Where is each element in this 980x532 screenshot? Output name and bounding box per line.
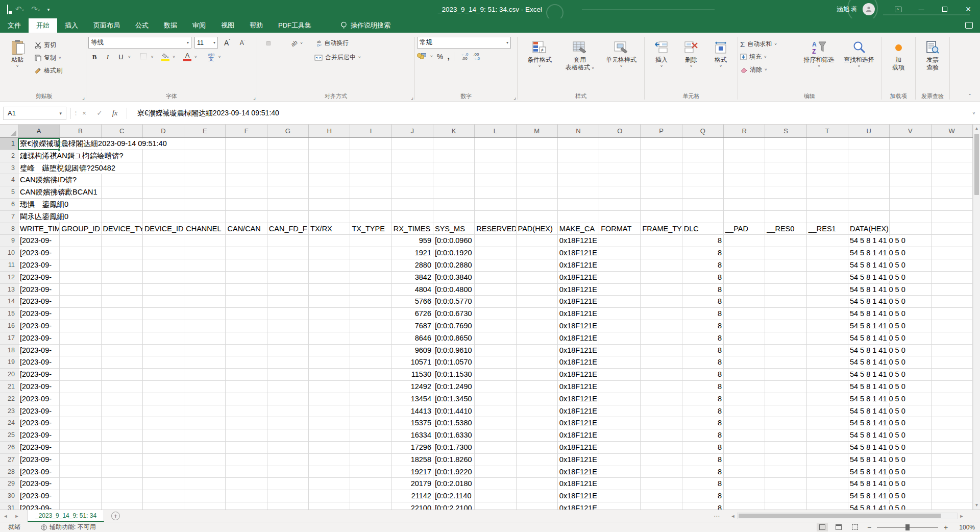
borders-button[interactable] [138, 51, 150, 63]
cell-I30[interactable] [350, 490, 391, 502]
column-header-U[interactable]: U [848, 125, 890, 137]
cell-G6[interactable] [267, 199, 309, 210]
cell-K14[interactable]: [0:0:0.5770 [433, 296, 475, 307]
cell-L25[interactable] [475, 429, 516, 441]
column-header-C[interactable]: C [102, 125, 143, 137]
cell-P9[interactable] [641, 235, 682, 247]
cell-S12[interactable] [765, 272, 806, 283]
cell-M29[interactable] [517, 478, 558, 490]
cell-C23[interactable] [102, 405, 143, 417]
cell-G13[interactable] [267, 284, 309, 296]
collapse-ribbon-icon[interactable]: ˆ [969, 93, 971, 100]
cell-G7[interactable] [267, 211, 309, 223]
scroll-down-icon[interactable]: ▼ [973, 501, 980, 510]
cell-T2[interactable] [807, 150, 848, 162]
cell-L29[interactable] [475, 478, 516, 490]
cell-C12[interactable] [102, 272, 143, 283]
cell-F6[interactable] [226, 199, 267, 210]
cell-O25[interactable] [599, 429, 641, 441]
cell-F17[interactable] [226, 332, 267, 344]
cell-M1[interactable] [517, 138, 558, 150]
cell-P22[interactable] [641, 393, 682, 405]
cell-G31[interactable] [267, 502, 309, 510]
cell-D12[interactable] [143, 272, 184, 283]
cell-A26[interactable]: [2023-09- [18, 442, 60, 453]
cell-L5[interactable] [475, 186, 516, 198]
column-header-T[interactable]: T [807, 125, 848, 137]
cell-P31[interactable] [641, 502, 682, 510]
cell-W19[interactable] [932, 356, 973, 368]
tab-home[interactable]: 开始 [29, 18, 57, 33]
cell-G24[interactable] [267, 417, 309, 429]
redo-icon[interactable]: ↷˅ [31, 5, 40, 14]
cell-P7[interactable] [641, 211, 682, 223]
cell-P13[interactable] [641, 284, 682, 296]
align-middle-button[interactable] [266, 41, 271, 45]
cell-F24[interactable] [226, 417, 267, 429]
cell-W13[interactable] [932, 284, 973, 296]
cell-D15[interactable] [143, 308, 184, 320]
cell-L13[interactable] [475, 284, 516, 296]
cell-L22[interactable] [475, 393, 516, 405]
tab-pdf-tools[interactable]: PDF工具集 [271, 18, 319, 33]
cell-C15[interactable] [102, 308, 143, 320]
cell-W27[interactable] [932, 454, 973, 466]
cell-G3[interactable] [267, 162, 309, 174]
cell-P2[interactable] [641, 150, 682, 162]
column-header-L[interactable]: L [475, 125, 516, 137]
cell-N24[interactable]: 0x18F121E [558, 417, 599, 429]
cell-F8[interactable]: CAN/CAN [226, 223, 267, 235]
font-size-select[interactable]: 11▾ [194, 37, 218, 49]
cell-C4[interactable] [102, 174, 143, 186]
format-cells-button[interactable]: 格式 ˅ [706, 37, 735, 91]
row-header-9[interactable]: 9 [0, 235, 18, 247]
cell-M25[interactable] [517, 429, 558, 441]
cell-E29[interactable] [184, 478, 226, 490]
cell-N30[interactable]: 0x18F121E [558, 490, 599, 502]
cell-F29[interactable] [226, 478, 267, 490]
cell-G19[interactable] [267, 356, 309, 368]
row-header-8[interactable]: 8 [0, 223, 18, 235]
cell-E27[interactable] [184, 454, 226, 466]
cell-O17[interactable] [599, 332, 641, 344]
conditional-formatting-button[interactable]: ≠ 条件格式 ˅ [520, 37, 559, 91]
cell-R7[interactable] [724, 211, 765, 223]
cell-G8[interactable]: CAN_FD_F [267, 223, 309, 235]
cell-R13[interactable] [724, 284, 765, 296]
column-header-G[interactable]: G [267, 125, 309, 137]
cell-Q20[interactable]: 8 [682, 369, 724, 380]
font-name-select[interactable]: 等线▾ [88, 37, 191, 49]
column-header-P[interactable]: P [641, 125, 682, 137]
cell-W31[interactable] [932, 502, 973, 510]
cell-P30[interactable] [641, 490, 682, 502]
cell-S5[interactable] [765, 186, 806, 198]
cell-W4[interactable] [932, 174, 973, 186]
cell-S21[interactable] [765, 381, 806, 393]
cell-Q16[interactable]: 8 [682, 320, 724, 332]
cell-M16[interactable] [517, 320, 558, 332]
cell-F27[interactable] [226, 454, 267, 466]
invoice-check-button[interactable]: 发票查验 [918, 37, 947, 91]
cell-W28[interactable] [932, 466, 973, 478]
zoom-slider-thumb[interactable] [905, 524, 910, 530]
cell-K16[interactable]: [0:0:0.7690 [433, 320, 475, 332]
cell-V4[interactable] [890, 174, 931, 186]
cell-U11[interactable]: 54 5 8 1 41 0 5 0 [848, 259, 890, 271]
cell-D25[interactable] [143, 429, 184, 441]
cell-W18[interactable] [932, 345, 973, 356]
cell-U28[interactable]: 54 5 8 1 41 0 5 0 [848, 466, 890, 478]
cell-J28[interactable]: 19217 [392, 466, 433, 478]
cell-M3[interactable] [517, 162, 558, 174]
cell-M30[interactable] [517, 490, 558, 502]
cell-P10[interactable] [641, 247, 682, 259]
cell-U29[interactable]: 54 5 8 1 41 0 5 0 [848, 478, 890, 490]
cell-T28[interactable] [807, 466, 848, 478]
cell-L11[interactable] [475, 259, 516, 271]
cell-J26[interactable]: 17296 [392, 442, 433, 453]
cell-G25[interactable] [267, 429, 309, 441]
page-layout-view-button[interactable] [833, 523, 844, 531]
cell-H18[interactable] [309, 345, 350, 356]
cell-R27[interactable] [724, 454, 765, 466]
cell-D20[interactable] [143, 369, 184, 380]
cell-T21[interactable] [807, 381, 848, 393]
